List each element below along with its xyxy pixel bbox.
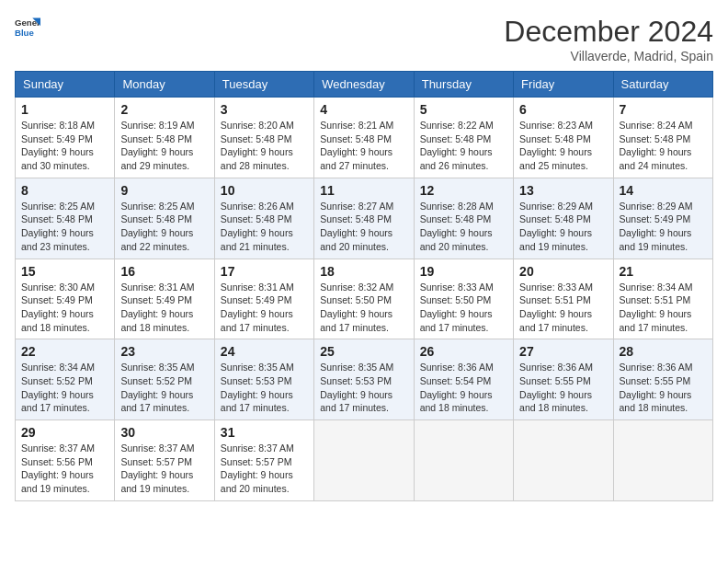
header-tuesday: Tuesday <box>214 72 313 98</box>
day-info: Sunrise: 8:29 AMSunset: 5:49 PMDaylight:… <box>620 200 707 254</box>
header-saturday: Saturday <box>613 72 712 98</box>
day-info: Sunrise: 8:37 AMSunset: 5:57 PMDaylight:… <box>221 442 308 496</box>
day-info: Sunrise: 8:30 AMSunset: 5:49 PMDaylight:… <box>21 281 108 335</box>
calendar-table: SundayMondayTuesdayWednesdayThursdayFrid… <box>15 71 713 501</box>
day-info: Sunrise: 8:20 AMSunset: 5:48 PMDaylight:… <box>221 119 308 173</box>
day-number: 2 <box>120 102 208 117</box>
day-number: 22 <box>21 344 108 359</box>
logo: General Blue <box>15 15 40 40</box>
day-number: 26 <box>420 344 507 359</box>
calendar-cell: 9Sunrise: 8:25 AMSunset: 5:48 PMDaylight… <box>115 178 214 259</box>
day-info: Sunrise: 8:37 AMSunset: 5:57 PMDaylight:… <box>120 442 208 496</box>
header-friday: Friday <box>514 72 613 98</box>
calendar-cell: 11Sunrise: 8:27 AMSunset: 5:48 PMDayligh… <box>314 178 414 259</box>
day-info: Sunrise: 8:29 AMSunset: 5:48 PMDaylight:… <box>519 200 607 254</box>
calendar-cell <box>613 420 712 501</box>
calendar-cell: 6Sunrise: 8:23 AMSunset: 5:48 PMDaylight… <box>514 98 613 178</box>
calendar-cell: 19Sunrise: 8:33 AMSunset: 5:50 PMDayligh… <box>414 259 513 339</box>
day-number: 27 <box>519 344 607 359</box>
calendar-cell: 15Sunrise: 8:30 AMSunset: 5:49 PMDayligh… <box>16 259 115 339</box>
calendar-cell: 5Sunrise: 8:22 AMSunset: 5:48 PMDaylight… <box>414 98 513 178</box>
day-info: Sunrise: 8:35 AMSunset: 5:52 PMDaylight:… <box>120 361 208 415</box>
calendar-cell: 13Sunrise: 8:29 AMSunset: 5:48 PMDayligh… <box>514 178 613 259</box>
day-number: 30 <box>120 425 208 440</box>
week-row-5: 29Sunrise: 8:37 AMSunset: 5:56 PMDayligh… <box>16 420 713 501</box>
header-sunday: Sunday <box>16 72 115 98</box>
day-number: 9 <box>120 183 208 198</box>
day-info: Sunrise: 8:37 AMSunset: 5:56 PMDaylight:… <box>21 442 108 496</box>
day-number: 29 <box>21 425 108 440</box>
calendar-cell: 21Sunrise: 8:34 AMSunset: 5:51 PMDayligh… <box>613 259 712 339</box>
calendar-cell: 2Sunrise: 8:19 AMSunset: 5:48 PMDaylight… <box>115 98 214 178</box>
header-monday: Monday <box>115 72 214 98</box>
day-info: Sunrise: 8:23 AMSunset: 5:48 PMDaylight:… <box>519 119 607 173</box>
day-info: Sunrise: 8:35 AMSunset: 5:53 PMDaylight:… <box>221 361 308 415</box>
day-info: Sunrise: 8:31 AMSunset: 5:49 PMDaylight:… <box>120 281 208 335</box>
day-number: 14 <box>620 183 707 198</box>
week-row-4: 22Sunrise: 8:34 AMSunset: 5:52 PMDayligh… <box>16 339 713 420</box>
day-number: 21 <box>620 264 707 279</box>
day-number: 17 <box>221 264 308 279</box>
day-number: 23 <box>120 344 208 359</box>
calendar-cell: 30Sunrise: 8:37 AMSunset: 5:57 PMDayligh… <box>115 420 214 501</box>
calendar-cell: 27Sunrise: 8:36 AMSunset: 5:55 PMDayligh… <box>514 339 613 420</box>
day-number: 12 <box>420 183 507 198</box>
calendar-cell: 4Sunrise: 8:21 AMSunset: 5:48 PMDaylight… <box>314 98 414 178</box>
day-number: 19 <box>420 264 507 279</box>
title-block: December 2024 Villaverde, Madrid, Spain <box>504 15 713 63</box>
day-info: Sunrise: 8:34 AMSunset: 5:51 PMDaylight:… <box>620 281 707 335</box>
day-info: Sunrise: 8:32 AMSunset: 5:50 PMDaylight:… <box>320 281 407 335</box>
calendar-cell: 23Sunrise: 8:35 AMSunset: 5:52 PMDayligh… <box>115 339 214 420</box>
calendar-cell: 20Sunrise: 8:33 AMSunset: 5:51 PMDayligh… <box>514 259 613 339</box>
day-number: 7 <box>620 102 707 117</box>
day-number: 1 <box>21 102 108 117</box>
calendar-cell: 22Sunrise: 8:34 AMSunset: 5:52 PMDayligh… <box>16 339 115 420</box>
header-wednesday: Wednesday <box>314 72 414 98</box>
day-info: Sunrise: 8:33 AMSunset: 5:50 PMDaylight:… <box>420 281 507 335</box>
calendar-cell <box>514 420 613 501</box>
day-number: 4 <box>320 102 407 117</box>
calendar-cell: 10Sunrise: 8:26 AMSunset: 5:48 PMDayligh… <box>214 178 313 259</box>
day-number: 28 <box>620 344 707 359</box>
day-number: 31 <box>221 425 308 440</box>
day-info: Sunrise: 8:25 AMSunset: 5:48 PMDaylight:… <box>120 200 208 254</box>
day-info: Sunrise: 8:31 AMSunset: 5:49 PMDaylight:… <box>221 281 308 335</box>
day-number: 3 <box>221 102 308 117</box>
day-info: Sunrise: 8:27 AMSunset: 5:48 PMDaylight:… <box>320 200 407 254</box>
week-row-2: 8Sunrise: 8:25 AMSunset: 5:48 PMDaylight… <box>16 178 713 259</box>
day-info: Sunrise: 8:25 AMSunset: 5:48 PMDaylight:… <box>21 200 108 254</box>
day-info: Sunrise: 8:34 AMSunset: 5:52 PMDaylight:… <box>21 361 108 415</box>
week-row-3: 15Sunrise: 8:30 AMSunset: 5:49 PMDayligh… <box>16 259 713 339</box>
day-number: 6 <box>519 102 607 117</box>
calendar-cell: 25Sunrise: 8:35 AMSunset: 5:53 PMDayligh… <box>314 339 414 420</box>
svg-text:Blue: Blue <box>15 28 34 38</box>
logo-icon: General Blue <box>15 15 40 40</box>
calendar-cell: 8Sunrise: 8:25 AMSunset: 5:48 PMDaylight… <box>16 178 115 259</box>
calendar-cell: 17Sunrise: 8:31 AMSunset: 5:49 PMDayligh… <box>214 259 313 339</box>
day-info: Sunrise: 8:28 AMSunset: 5:48 PMDaylight:… <box>420 200 507 254</box>
calendar-cell <box>414 420 513 501</box>
calendar-cell: 12Sunrise: 8:28 AMSunset: 5:48 PMDayligh… <box>414 178 513 259</box>
day-info: Sunrise: 8:18 AMSunset: 5:49 PMDaylight:… <box>21 119 108 173</box>
location: Villaverde, Madrid, Spain <box>504 49 713 63</box>
day-number: 16 <box>120 264 208 279</box>
day-number: 13 <box>519 183 607 198</box>
page-header: General Blue December 2024 Villaverde, M… <box>15 15 713 63</box>
calendar-cell <box>314 420 414 501</box>
day-info: Sunrise: 8:33 AMSunset: 5:51 PMDaylight:… <box>519 281 607 335</box>
calendar-cell: 26Sunrise: 8:36 AMSunset: 5:54 PMDayligh… <box>414 339 513 420</box>
calendar-cell: 7Sunrise: 8:24 AMSunset: 5:48 PMDaylight… <box>613 98 712 178</box>
day-info: Sunrise: 8:22 AMSunset: 5:48 PMDaylight:… <box>420 119 507 173</box>
header-thursday: Thursday <box>414 72 513 98</box>
calendar-cell: 14Sunrise: 8:29 AMSunset: 5:49 PMDayligh… <box>613 178 712 259</box>
day-info: Sunrise: 8:36 AMSunset: 5:54 PMDaylight:… <box>420 361 507 415</box>
day-number: 25 <box>320 344 407 359</box>
day-number: 10 <box>221 183 308 198</box>
day-number: 8 <box>21 183 108 198</box>
week-row-1: 1Sunrise: 8:18 AMSunset: 5:49 PMDaylight… <box>16 98 713 178</box>
day-number: 18 <box>320 264 407 279</box>
day-info: Sunrise: 8:35 AMSunset: 5:53 PMDaylight:… <box>320 361 407 415</box>
month-title: December 2024 <box>504 15 713 49</box>
day-number: 24 <box>221 344 308 359</box>
day-info: Sunrise: 8:36 AMSunset: 5:55 PMDaylight:… <box>519 361 607 415</box>
